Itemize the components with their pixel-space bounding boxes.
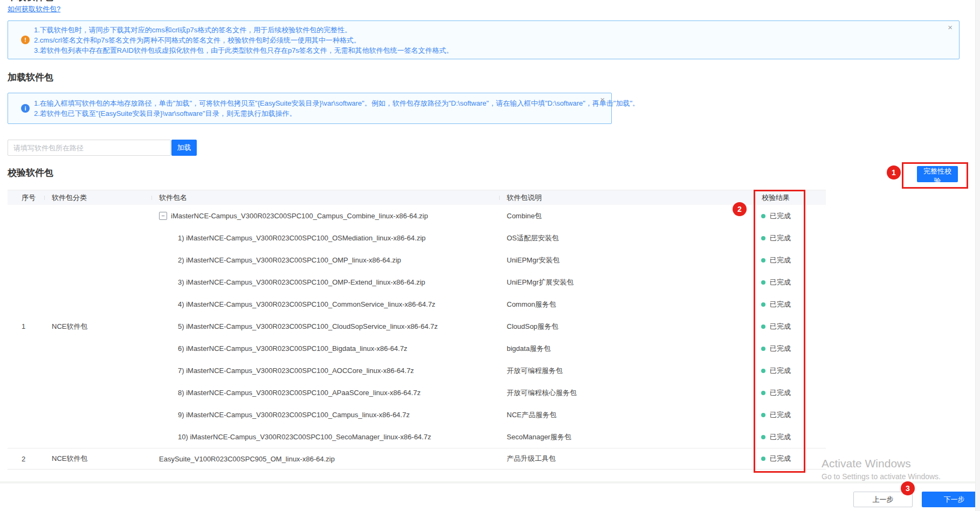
notice-line: 1.下载软件包时，请同步下载其对应的cms和crl或p7s格式的签名文件，用于后… <box>34 25 453 35</box>
cell-verify-result: 已完成 <box>754 293 826 315</box>
verify-section-heading: 校验软件包 <box>8 167 53 179</box>
signature-notice-lines: 1.下载软件包时，请同步下载其对应的cms和crl或p7s格式的签名文件，用于后… <box>34 25 453 56</box>
cell-package-name: 6) iMasterNCE-Campus_V300R023C00SPC100_B… <box>151 337 499 360</box>
column-header-result: 校验结果 <box>754 193 826 203</box>
collapse-icon[interactable]: − <box>159 212 167 220</box>
cell-verify-result: 已完成 <box>754 426 826 448</box>
vertical-scrollbar[interactable] <box>975 0 980 511</box>
cell-package-desc: SecoManager服务包 <box>499 426 754 448</box>
notice-line: 2.若软件包已下载至"{EasySuite安装目录}\var\software"… <box>34 108 639 119</box>
cell-package-name: EasySuite_V100R023C00SPC905_OM_linux-x86… <box>151 448 499 469</box>
cell-package-desc: 开放可编程服务包 <box>499 360 754 382</box>
cell-package-desc: NCE产品服务包 <box>499 404 754 426</box>
close-icon[interactable]: × <box>600 95 605 103</box>
status-dot-icon <box>761 413 765 417</box>
close-icon[interactable]: × <box>948 23 953 31</box>
cell-package-name: 2) iMasterNCE-Campus_V300R023C00SPC100_O… <box>151 249 499 271</box>
package-name-text: 1) iMasterNCE-Campus_V300R023C00SPC100_O… <box>178 234 426 242</box>
column-header-category: 软件包分类 <box>44 193 151 203</box>
notice-line: 3.若软件包列表中存在配置RAID软件包或虚拟化软件包，由于此类型软件包只存在p… <box>34 45 453 56</box>
cell-package-desc: UniEPMgr扩展安装包 <box>499 271 754 293</box>
status-dot-icon <box>761 369 765 373</box>
cell-verify-result: 已完成 <box>754 249 826 271</box>
activate-windows-hint: Go to Settings to activate Windows. <box>822 472 941 481</box>
status-dot-icon <box>761 457 765 461</box>
load-path-notice: i 1.在输入框填写软件包的本地存放路径，单击"加载"，可将软件包拷贝至"{Ea… <box>8 93 612 124</box>
annotation-step-2-badge: 2 <box>733 202 747 216</box>
cell-index: 2 <box>8 448 44 469</box>
cell-category: NCE软件包 <box>44 205 151 448</box>
cell-verify-result: 已完成 <box>754 382 826 404</box>
activate-windows-watermark: Activate Windows <box>822 457 911 470</box>
status-text: 已完成 <box>770 366 791 376</box>
status-dot-icon <box>761 302 765 307</box>
notice-line: 1.在输入框填写软件包的本地存放路径，单击"加载"，可将软件包拷贝至"{Easy… <box>34 98 639 108</box>
status-dot-icon <box>761 258 765 263</box>
status-dot-icon <box>761 391 765 395</box>
status-text: 已完成 <box>770 211 791 221</box>
status-text: 已完成 <box>770 256 791 265</box>
annotation-step-1-badge: 1 <box>887 165 901 179</box>
cell-verify-result: 已完成 <box>754 315 826 337</box>
cell-verify-result: 已完成 <box>754 360 826 382</box>
load-section-heading: 加载软件包 <box>8 71 53 84</box>
cell-package-name: −iMasterNCE-Campus_V300R023C00SPC100_Cam… <box>151 205 499 227</box>
cell-package-desc: 开放可编程核心服务包 <box>499 382 754 404</box>
cell-package-name: 9) iMasterNCE-Campus_V300R023C00SPC100_C… <box>151 404 499 426</box>
warning-icon: ! <box>21 36 30 44</box>
how-to-get-packages-link[interactable]: 如何获取软件包? <box>8 4 60 14</box>
package-name-text: 8) iMasterNCE-Campus_V300R023C00SPC100_A… <box>178 389 420 397</box>
cell-package-desc: 产品升级工具包 <box>499 448 754 469</box>
package-name-text: EasySuite_V100R023C00SPC905_OM_linux-x86… <box>159 455 335 463</box>
cell-package-desc: OS适配层安装包 <box>499 227 754 249</box>
status-dot-icon <box>761 347 765 351</box>
status-dot-icon <box>761 280 765 285</box>
cell-package-name: 1) iMasterNCE-Campus_V300R023C00SPC100_O… <box>151 227 499 249</box>
status-text: 已完成 <box>770 233 791 243</box>
cell-index: 1 <box>8 205 44 448</box>
cell-package-name: 3) iMasterNCE-Campus_V300R023C00SPC100_O… <box>151 271 499 293</box>
next-step-button[interactable]: 下一步 <box>922 492 980 507</box>
integrity-verify-button[interactable]: 完整性校验 <box>917 166 958 182</box>
status-text: 已完成 <box>770 454 791 464</box>
status-dot-icon <box>761 236 765 240</box>
signature-file-notice: ! 1.下载软件包时，请同步下载其对应的cms和crl或p7s格式的签名文件，用… <box>8 20 960 59</box>
status-text: 已完成 <box>770 344 791 354</box>
status-text: 已完成 <box>770 300 791 309</box>
package-path-input[interactable] <box>8 140 171 156</box>
status-text: 已完成 <box>770 432 791 442</box>
column-header-index: 序号 <box>8 193 44 203</box>
cell-verify-result: 已完成 <box>754 227 826 249</box>
column-header-desc: 软件包说明 <box>499 193 754 203</box>
status-text: 已完成 <box>770 322 791 332</box>
cell-package-name: 5) iMasterNCE-Campus_V300R023C00SPC100_C… <box>151 315 499 337</box>
status-dot-icon <box>761 324 765 329</box>
package-name-text: 3) iMasterNCE-Campus_V300R023C00SPC100_O… <box>178 278 425 286</box>
column-header-name: 软件包名 <box>151 193 499 203</box>
package-name-text: 10) iMasterNCE-Campus_V300R023C00SPC100_… <box>178 433 431 441</box>
cell-package-desc: Common服务包 <box>499 293 754 315</box>
cell-package-desc: bigdata服务包 <box>499 337 754 360</box>
table-body: 1NCE软件包−iMasterNCE-Campus_V300R023C00SPC… <box>8 205 826 469</box>
cell-verify-result: 已完成 <box>754 404 826 426</box>
package-name-text: 6) iMasterNCE-Campus_V300R023C00SPC100_B… <box>178 344 408 353</box>
cell-verify-result: 已完成 <box>754 271 826 293</box>
cell-verify-result: 已完成 <box>754 448 826 469</box>
software-package-page: 下载软件包 如何获取软件包? ! 1.下载软件包时，请同步下载其对应的cms和c… <box>0 0 980 511</box>
footer-divider <box>0 481 980 484</box>
cell-verify-result: 已完成 <box>754 205 826 227</box>
cell-package-name: 4) iMasterNCE-Campus_V300R023C00SPC100_C… <box>151 293 499 315</box>
cell-package-name: 8) iMasterNCE-Campus_V300R023C00SPC100_A… <box>151 382 499 404</box>
table-header-row: 序号 软件包分类 软件包名 软件包说明 校验结果 <box>8 190 826 205</box>
package-name-text: 2) iMasterNCE-Campus_V300R023C00SPC100_O… <box>178 256 401 264</box>
load-notice-lines: 1.在输入框填写软件包的本地存放路径，单击"加载"，可将软件包拷贝至"{Easy… <box>34 98 639 119</box>
cell-package-name: 7) iMasterNCE-Campus_V300R023C00SPC100_A… <box>151 360 499 382</box>
notice-line: 2.cms/crl签名文件和p7s签名文件为两种不同格式的签名文件，校验软件包时… <box>34 35 453 45</box>
load-button[interactable]: 加载 <box>171 140 197 156</box>
package-name-text: 5) iMasterNCE-Campus_V300R023C00SPC100_C… <box>178 322 438 330</box>
cell-package-name: 10) iMasterNCE-Campus_V300R023C00SPC100_… <box>151 426 499 448</box>
package-name-text: 4) iMasterNCE-Campus_V300R023C00SPC100_C… <box>178 300 436 308</box>
page-title: 下载软件包 <box>8 0 53 3</box>
annotation-step-3-badge: 3 <box>901 481 915 495</box>
status-text: 已完成 <box>770 388 791 398</box>
